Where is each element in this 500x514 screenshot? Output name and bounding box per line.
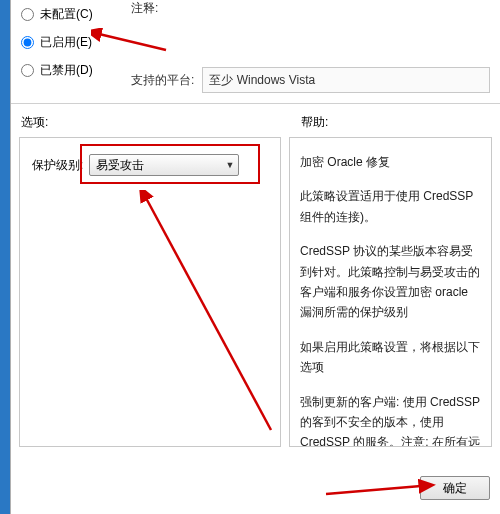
section-headers: 选项: 帮助: — [11, 104, 500, 137]
comment-label: 注释: — [131, 0, 490, 17]
protection-dropdown[interactable]: 易受攻击 ▼ — [89, 154, 239, 176]
help-p1: 此策略设置适用于使用 CredSSP 组件的连接)。 — [300, 186, 481, 227]
help-panel: 加密 Oracle 修复 此策略设置适用于使用 CredSSP 组件的连接)。 … — [289, 137, 492, 447]
radio-not-configured-input[interactable] — [21, 8, 34, 21]
radio-enabled-input[interactable] — [21, 36, 34, 49]
protection-row: 保护级别: 易受攻击 ▼ — [32, 154, 268, 176]
radio-not-configured[interactable]: 未配置(C) — [21, 0, 131, 28]
radio-not-configured-label: 未配置(C) — [40, 6, 93, 23]
help-p2: CredSSP 协议的某些版本容易受到针对。此策略控制与易受攻击的客户端和服务你… — [300, 241, 481, 323]
help-title: 加密 Oracle 修复 — [300, 152, 481, 172]
protection-dropdown-value: 易受攻击 — [96, 157, 144, 174]
window-edge — [0, 0, 10, 514]
radio-disabled[interactable]: 已禁用(D) — [21, 56, 131, 84]
button-bar: 确定 — [420, 476, 490, 500]
policy-window: 未配置(C) 已启用(E) 已禁用(D) 注释: 支持的平台: 至少 Windo… — [10, 0, 500, 514]
supported-row: 支持的平台: 至少 Windows Vista — [131, 61, 490, 103]
chevron-down-icon: ▼ — [225, 160, 234, 170]
comment-column: 注释: 支持的平台: 至少 Windows Vista — [131, 0, 490, 103]
supported-label: 支持的平台: — [131, 72, 194, 89]
svg-line-2 — [326, 486, 421, 494]
supported-value: 至少 Windows Vista — [202, 67, 490, 93]
radio-disabled-input[interactable] — [21, 64, 34, 77]
radio-enabled[interactable]: 已启用(E) — [21, 28, 131, 56]
help-p4: 强制更新的客户端: 使用 CredSSP 的客到不安全的版本，使用 CredSS… — [300, 392, 481, 447]
protection-label: 保护级别: — [32, 157, 83, 174]
options-panel: 保护级别: 易受攻击 ▼ — [19, 137, 281, 447]
ok-button[interactable]: 确定 — [420, 476, 490, 500]
help-p3: 如果启用此策略设置，将根据以下选项 — [300, 337, 481, 378]
radio-disabled-label: 已禁用(D) — [40, 62, 93, 79]
help-header: 帮助: — [301, 114, 490, 131]
radio-enabled-label: 已启用(E) — [40, 34, 92, 51]
options-header: 选项: — [21, 114, 301, 131]
top-area: 未配置(C) 已启用(E) 已禁用(D) 注释: 支持的平台: 至少 Windo… — [11, 0, 500, 103]
radio-group: 未配置(C) 已启用(E) 已禁用(D) — [21, 0, 131, 84]
panels: 保护级别: 易受攻击 ▼ 加密 Oracle 修复 此策略设置适用于使用 Cre… — [11, 137, 500, 447]
